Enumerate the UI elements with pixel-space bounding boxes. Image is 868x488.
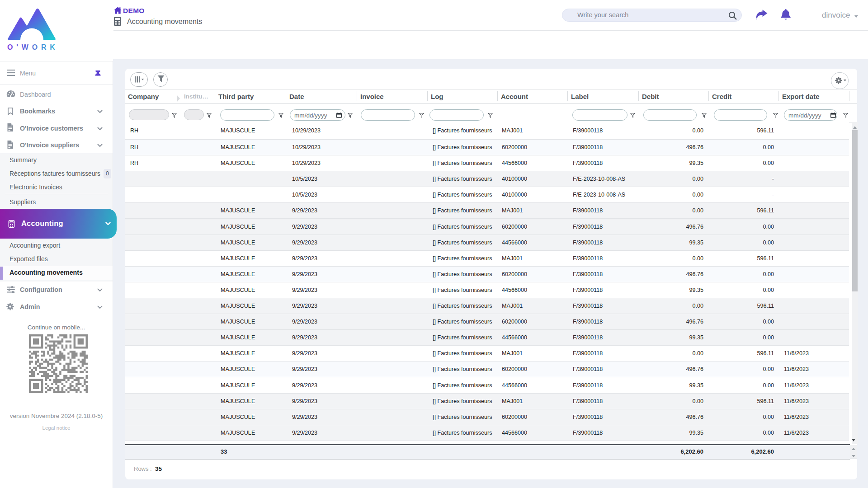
svg-text:O'WORK: O'WORK xyxy=(7,43,56,51)
